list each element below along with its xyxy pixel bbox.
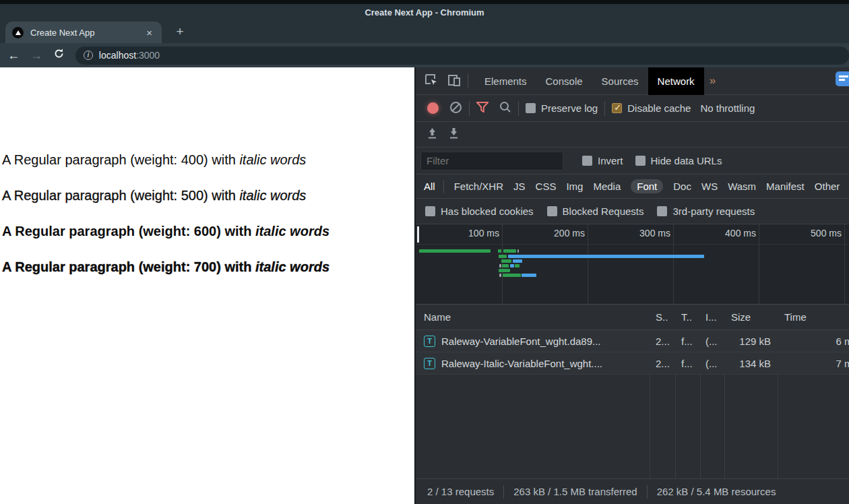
request-initiator: (... bbox=[700, 352, 724, 374]
hide-data-urls-checkbox[interactable] bbox=[635, 156, 646, 166]
divider bbox=[469, 101, 470, 116]
network-toolbar: Preserve log Disable cache No throttling bbox=[416, 95, 849, 122]
column-header-name[interactable]: Name bbox=[416, 305, 650, 329]
throttling-select[interactable]: No throttling bbox=[700, 102, 755, 114]
chip-font[interactable]: Font bbox=[631, 179, 663, 193]
request-time: 7 ms bbox=[778, 352, 849, 374]
chip-other[interactable]: Other bbox=[815, 181, 840, 192]
search-icon[interactable] bbox=[499, 101, 511, 115]
import-har-icon[interactable] bbox=[427, 127, 438, 141]
network-status-bar: 2 / 13 requests 263 kB / 1.5 MB transfer… bbox=[416, 478, 849, 504]
tab-sources[interactable]: Sources bbox=[592, 67, 648, 95]
browser-tab[interactable]: Create Next App × bbox=[5, 22, 162, 43]
filter-icon[interactable] bbox=[476, 102, 489, 115]
waterfall-bar bbox=[499, 264, 501, 267]
record-button[interactable] bbox=[427, 102, 439, 114]
transferred-summary: 263 kB / 1.5 MB transferred bbox=[513, 486, 637, 497]
request-type: f... bbox=[675, 330, 700, 352]
table-row[interactable]: TRaleway-Italic-VariableFont_wght.... 2.… bbox=[416, 352, 849, 375]
column-header-initiator[interactable]: I... bbox=[700, 305, 724, 329]
inspect-element-icon[interactable] bbox=[425, 73, 438, 89]
chip-manifest[interactable]: Manifest bbox=[766, 181, 805, 192]
forward-button[interactable]: → bbox=[27, 49, 46, 63]
paragraph-weight-500: A Regular paragraph (weight: 500) with i… bbox=[2, 188, 306, 203]
filter-row: Invert Hide data URLs bbox=[416, 148, 849, 175]
waterfall-bar bbox=[510, 264, 514, 267]
new-tab-button[interactable]: + bbox=[171, 23, 189, 40]
paragraph-weight-600: A Regular paragraph (weight: 600) with i… bbox=[2, 224, 329, 239]
waterfall-bar bbox=[515, 264, 520, 267]
font-file-icon: T bbox=[424, 336, 435, 347]
divider bbox=[468, 73, 468, 88]
waterfall-bar bbox=[502, 264, 509, 267]
chip-all[interactable]: All bbox=[424, 181, 435, 192]
request-time: 6 ms bbox=[778, 330, 849, 352]
column-header-status[interactable]: S.. bbox=[650, 305, 675, 329]
font-file-icon: T bbox=[424, 358, 435, 369]
waterfall-bar bbox=[508, 255, 704, 258]
waterfall-bar bbox=[498, 249, 501, 253]
request-size: 134 kB bbox=[724, 352, 778, 374]
has-blocked-cookies-checkbox[interactable] bbox=[425, 206, 435, 216]
devtools-tabbar: Elements Console Sources Network » bbox=[416, 67, 849, 95]
request-type: f... bbox=[675, 352, 700, 374]
browser-tabstrip: Create Next App × + bbox=[0, 20, 849, 43]
blocked-requests-checkbox[interactable] bbox=[547, 206, 557, 216]
request-status: 2... bbox=[650, 352, 675, 374]
chip-doc[interactable]: Doc bbox=[673, 181, 691, 192]
reload-button[interactable] bbox=[50, 48, 69, 63]
url-text[interactable]: localhost:3000 bbox=[99, 50, 160, 61]
clear-icon[interactable] bbox=[449, 101, 462, 116]
resource-type-filters: All Fetch/XHR JS CSS Img Media Font Doc … bbox=[416, 175, 849, 199]
requests-table: Name S.. T.. I... Size Time TRaleway-Var… bbox=[416, 305, 849, 478]
waterfall-bar bbox=[522, 274, 536, 277]
table-row[interactable]: TRaleway-VariableFont_wght.da89... 2... … bbox=[416, 330, 849, 352]
tab-network[interactable]: Network bbox=[648, 67, 704, 95]
blocked-requests-label: Blocked Requests bbox=[563, 206, 644, 217]
tab-elements[interactable]: Elements bbox=[475, 67, 536, 95]
chip-wasm[interactable]: Wasm bbox=[728, 181, 756, 192]
waterfall-bar bbox=[501, 259, 511, 263]
request-name: Raleway-Italic-VariableFont_wght.... bbox=[441, 358, 602, 369]
waterfall-bar bbox=[499, 274, 501, 277]
tab-console[interactable]: Console bbox=[536, 67, 592, 95]
export-har-icon[interactable] bbox=[448, 127, 460, 141]
preserve-log-checkbox[interactable] bbox=[526, 103, 536, 113]
requests-count: 2 / 13 requests bbox=[427, 486, 494, 497]
chip-ws[interactable]: WS bbox=[701, 181, 718, 192]
chip-css[interactable]: CSS bbox=[536, 181, 557, 192]
tab-close-icon[interactable]: × bbox=[144, 27, 155, 38]
third-party-requests-checkbox[interactable] bbox=[657, 206, 667, 216]
browser-toolbar: ← → i localhost:3000 bbox=[0, 43, 849, 67]
address-bar[interactable]: i localhost:3000 bbox=[75, 46, 849, 65]
filter-input[interactable] bbox=[420, 152, 563, 170]
column-header-time[interactable]: Time bbox=[778, 305, 849, 329]
column-header-type[interactable]: T.. bbox=[675, 305, 700, 329]
back-button[interactable]: ← bbox=[4, 49, 23, 63]
ruler-separator bbox=[416, 244, 849, 245]
invert-checkbox[interactable] bbox=[582, 156, 592, 166]
column-header-size[interactable]: Size bbox=[724, 305, 778, 329]
waterfall-bar bbox=[499, 255, 507, 258]
disable-cache-checkbox[interactable] bbox=[612, 103, 622, 113]
chip-fetch-xhr[interactable]: Fetch/XHR bbox=[454, 181, 503, 192]
divider bbox=[518, 101, 519, 116]
more-tabs-button[interactable]: » bbox=[704, 74, 721, 88]
window-titlebar[interactable]: Create Next App - Chromium bbox=[0, 4, 849, 20]
browser-window: Create Next App - Chromium Create Next A… bbox=[0, 0, 849, 504]
request-name: Raleway-VariableFont_wght.da89... bbox=[441, 336, 601, 347]
request-status: 2... bbox=[650, 330, 675, 352]
chip-js[interactable]: JS bbox=[513, 181, 526, 192]
timeline-tick-label: 500 ms bbox=[758, 228, 842, 239]
chip-img[interactable]: Img bbox=[566, 181, 583, 192]
chip-media[interactable]: Media bbox=[593, 181, 621, 192]
request-initiator: (... bbox=[700, 330, 724, 352]
device-toolbar-icon[interactable] bbox=[447, 73, 461, 89]
har-toolbar bbox=[416, 122, 849, 148]
site-info-icon[interactable]: i bbox=[84, 51, 93, 60]
nextjs-favicon-icon bbox=[12, 27, 24, 38]
network-overview-timeline[interactable]: 100 ms200 ms300 ms400 ms500 ms bbox=[416, 224, 849, 305]
issues-icon[interactable] bbox=[836, 71, 849, 86]
timeline-gridline bbox=[844, 224, 845, 304]
divider bbox=[503, 485, 504, 499]
